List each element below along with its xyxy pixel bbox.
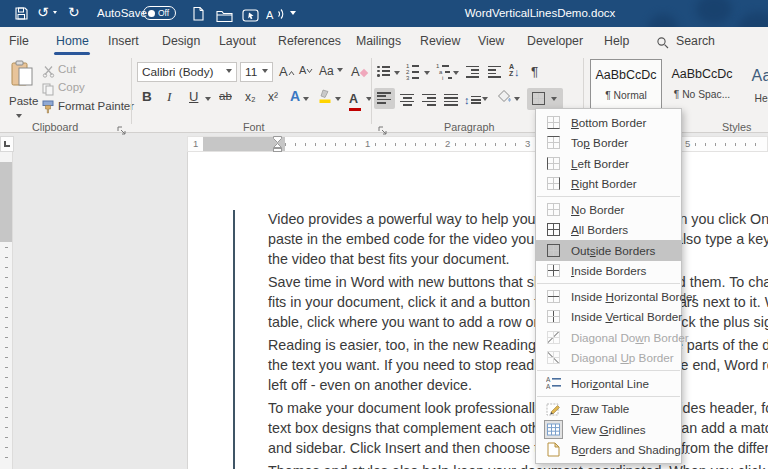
paragraph[interactable]: To make your document look professionall…: [268, 398, 768, 458]
font-group-label: Font: [243, 121, 265, 133]
shading-dropdown-icon[interactable]: [514, 97, 520, 104]
bold-button[interactable]: B: [142, 90, 152, 104]
superscript-button[interactable]: x²: [268, 91, 278, 103]
tab-help[interactable]: Help: [604, 34, 629, 48]
menu-item-bottom-border[interactable]: Bottom Border: [536, 112, 681, 133]
line-spacing-icon[interactable]: ↕: [464, 90, 481, 108]
decrease-indent-icon[interactable]: [466, 64, 479, 79]
cut-icon[interactable]: [42, 64, 55, 82]
paste-icon[interactable]: [10, 60, 36, 91]
tab-home[interactable]: Home: [56, 34, 89, 48]
autosave-toggle[interactable]: Off: [143, 6, 176, 20]
ruler-ticks: [5, 247, 8, 467]
menu-item-all-borders[interactable]: All Borders: [536, 220, 681, 241]
save-icon[interactable]: [14, 6, 29, 25]
menu-item-outside-borders[interactable]: Outside Borders: [536, 240, 681, 261]
vertical-ruler[interactable]: [0, 152, 13, 469]
menu-item-right-border[interactable]: Right Border: [536, 174, 681, 195]
menu-item-no-border[interactable]: No Border: [536, 199, 681, 220]
tab-developer[interactable]: Developer: [527, 34, 583, 48]
paste-dropdown-icon[interactable]: [16, 114, 22, 121]
cut-label[interactable]: Cut: [58, 63, 76, 75]
mouse-mode-icon[interactable]: [242, 8, 259, 26]
quick-access-overflow-icon[interactable]: [290, 11, 296, 18]
tab-layout[interactable]: Layout: [219, 34, 256, 48]
line-spacing-dropdown-icon[interactable]: [482, 97, 488, 104]
document-text[interactable]: Video provides a powerful way to help yo…: [268, 209, 768, 469]
increase-indent-icon[interactable]: [488, 64, 501, 79]
italic-button[interactable]: I: [167, 90, 172, 104]
align-left-button[interactable]: [374, 88, 395, 109]
paste-label[interactable]: Paste: [9, 95, 38, 107]
shading-icon[interactable]: [497, 89, 512, 108]
clear-formatting-button[interactable]: A: [351, 65, 367, 78]
sort-icon[interactable]: AZ↓: [509, 63, 520, 79]
redo-icon[interactable]: ↻: [68, 5, 80, 19]
font-size-select[interactable]: 11: [240, 62, 273, 82]
read-aloud-icon[interactable]: A: [266, 7, 285, 25]
justify-icon[interactable]: [444, 92, 458, 107]
style-heading-1[interactable]: AaBbC Heading 1: [742, 59, 768, 113]
undo-dropdown-icon[interactable]: [53, 11, 57, 16]
pilcrow-button[interactable]: ¶: [531, 65, 538, 79]
search-label[interactable]: Search: [676, 34, 715, 48]
menu-item-inside-horizontal-border[interactable]: Inside Horizontal Border: [536, 286, 681, 307]
indent-markers[interactable]: [272, 135, 283, 157]
text-effects-dropdown-icon[interactable]: [303, 97, 309, 104]
tab-mailings[interactable]: Mailings: [356, 34, 401, 48]
borders-button[interactable]: [527, 88, 563, 110]
format-painter-icon[interactable]: [41, 100, 55, 118]
shrink-font-button[interactable]: A: [299, 65, 313, 76]
all-borders-icon: [544, 220, 563, 239]
multilevel-list-icon[interactable]: 1ai: [436, 63, 452, 81]
undo-icon[interactable]: ↺: [37, 5, 49, 19]
align-right-icon[interactable]: [422, 92, 436, 107]
menu-item-view-gridlines[interactable]: View Gridlines: [536, 419, 681, 440]
numbered-list-dropdown-icon[interactable]: [424, 71, 430, 78]
new-document-icon[interactable]: [192, 6, 205, 25]
bullet-list-dropdown-icon[interactable]: [394, 71, 400, 78]
tab-design[interactable]: Design: [162, 34, 200, 48]
menu-item-inside-borders[interactable]: Inside Borders: [536, 261, 681, 282]
underline-dropdown-icon[interactable]: [205, 97, 211, 104]
multilevel-list-dropdown-icon[interactable]: [453, 71, 459, 78]
bullet-list-icon[interactable]: [377, 64, 390, 78]
highlight-dropdown-icon[interactable]: [335, 97, 341, 104]
tab-review[interactable]: Review: [420, 34, 460, 48]
font-name-select[interactable]: Calibri (Body): [137, 62, 237, 82]
underline-button[interactable]: U: [189, 90, 198, 103]
font-color-button[interactable]: A: [349, 89, 361, 111]
grow-font-button[interactable]: A: [279, 65, 295, 78]
menu-item-label: Top Border: [571, 136, 628, 149]
subscript-button[interactable]: x₂: [245, 91, 256, 103]
menu-item-top-border[interactable]: Top Border: [536, 133, 681, 154]
paragraph[interactable]: Themes and styles also help keep your do…: [268, 461, 768, 469]
align-center-icon[interactable]: [400, 92, 414, 107]
highlight-color-icon[interactable]: [318, 89, 332, 108]
change-case-button[interactable]: Aa: [319, 65, 343, 77]
clipboard-dialog-launcher-icon[interactable]: [117, 121, 126, 139]
tab-view[interactable]: View: [478, 34, 504, 48]
tab-references[interactable]: References: [278, 34, 341, 48]
tab-insert[interactable]: Insert: [108, 34, 139, 48]
menu-item-borders-and-shading[interactable]: Borders and Shading...: [536, 440, 681, 461]
open-folder-icon[interactable]: [216, 8, 233, 26]
paragraph[interactable]: Reading is easier, too, in the new Readi…: [268, 335, 768, 395]
style-no-spacing[interactable]: AaBbCcDc ¶ No Spac...: [666, 59, 738, 113]
menu-item-left-border[interactable]: Left Border: [536, 153, 681, 174]
borders-dropdown-icon[interactable]: [551, 97, 557, 104]
search-icon[interactable]: [656, 35, 669, 53]
numbered-list-icon[interactable]: 123: [406, 63, 419, 81]
menu-item-horizontal-line[interactable]: AA Horizontal Line: [536, 373, 681, 394]
text-effects-button[interactable]: A: [290, 89, 300, 103]
menu-item-inside-vertical-border[interactable]: Inside Vertical Border: [536, 307, 681, 328]
tab-selector[interactable]: [0, 136, 14, 152]
menu-item-draw-table[interactable]: Draw Table: [536, 399, 681, 420]
style-normal[interactable]: AaBbCcDc ¶ Normal: [590, 59, 662, 113]
copy-label[interactable]: Copy: [58, 81, 85, 93]
paragraph[interactable]: Video provides a powerful way to help yo…: [268, 209, 768, 269]
tab-file[interactable]: File: [9, 34, 29, 48]
format-painter-label[interactable]: Format Painter: [58, 100, 134, 112]
copy-icon[interactable]: [42, 82, 55, 100]
strikethrough-button[interactable]: ab: [219, 91, 232, 103]
